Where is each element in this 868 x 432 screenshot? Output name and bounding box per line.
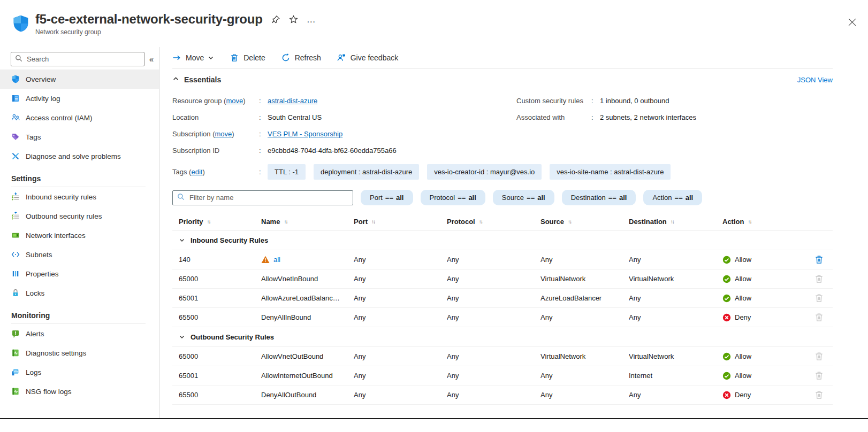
json-view-link[interactable]: JSON View	[797, 76, 833, 84]
tag-pill[interactable]: ves-io-creator-id : mayur@ves.io	[427, 164, 542, 180]
tag-pill[interactable]: ves-io-site-name : astral-dist-azure	[550, 164, 671, 180]
delete-rule-button	[813, 370, 825, 381]
sort-arrows-icon: ↑↓	[479, 219, 482, 225]
tags-label: Tags (edit)	[172, 168, 259, 176]
tag-pill[interactable]: TTL : -1	[268, 164, 306, 180]
sidebar-item-nsg-flow-logs[interactable]: NSG flow logs	[0, 382, 159, 401]
sidebar-item-alerts[interactable]: Alerts	[0, 324, 159, 343]
delete-button[interactable]: Delete	[230, 53, 265, 62]
sidebar-item-tags[interactable]: Tags	[0, 127, 159, 146]
sidebar-search-input[interactable]	[26, 55, 140, 64]
protocol-cell: Any	[447, 256, 540, 264]
sidebar: « OverviewActivity logAccess control (IA…	[0, 47, 159, 418]
filter-pill-source[interactable]: Source==all	[493, 190, 554, 205]
allow-check-icon	[722, 275, 731, 283]
pin-icon[interactable]	[271, 15, 280, 24]
sidebar-item-logs[interactable]: Logs	[0, 362, 159, 382]
essentials-toggle[interactable]: Essentials	[172, 75, 221, 84]
search-icon	[15, 55, 22, 64]
resource-type-label: Network security group	[35, 28, 316, 36]
security-rule-row: 65000AllowVnetInBoundAnyAnyVirtualNetwor…	[172, 269, 833, 289]
delete-rule-button	[813, 273, 825, 284]
essentials-row-subscription: Subscription (move):VES PLM - Sponsorshi…	[172, 126, 516, 142]
delete-rule-button[interactable]	[813, 254, 825, 265]
sidebar-item-inbound-security-rules[interactable]: Inbound security rules	[0, 187, 159, 206]
column-header-priority[interactable]: Priority↑↓	[172, 218, 261, 226]
alert-icon	[11, 329, 20, 338]
close-icon[interactable]	[848, 18, 856, 28]
network-interface-icon	[11, 231, 20, 240]
rule-name-link[interactable]: all	[273, 256, 280, 264]
column-header-name[interactable]: Name↑↓	[261, 218, 354, 226]
port-cell: Any	[354, 352, 447, 360]
action-cell: Allow	[722, 275, 805, 283]
sidebar-collapse-icon[interactable]: «	[149, 55, 154, 64]
column-header-destination[interactable]: Destination↑↓	[629, 218, 722, 226]
action-label: Allow	[735, 372, 751, 380]
tags-edit-link[interactable]: edit	[191, 168, 202, 176]
resource-group-move-link[interactable]: move	[226, 97, 243, 105]
filter-pill-destination[interactable]: Destination==all	[562, 190, 636, 205]
group-row-outbound-security-rules[interactable]: Outbound Security Rules	[172, 327, 833, 347]
source-cell: AzureLoadBalancer	[540, 294, 629, 302]
subscription-value-link[interactable]: VES PLM - Sponsorship	[268, 130, 342, 138]
destination-cell: VirtualNetwork	[629, 275, 722, 283]
warning-icon	[261, 256, 270, 264]
sidebar-item-label: Properties	[26, 270, 59, 278]
sidebar-item-outbound-security-rules[interactable]: Outbound security rules	[0, 206, 159, 226]
sidebar-item-overview[interactable]: Overview	[0, 70, 159, 89]
rule-name: AllowInternetOutBound	[261, 372, 333, 380]
azure-nsg-overview-blade: f5-ce-external-network-security-group … …	[0, 0, 868, 432]
sidebar-item-diagnose-and-solve-problems[interactable]: Diagnose and solve problems	[0, 146, 159, 166]
filter-by-name-input[interactable]	[188, 193, 348, 202]
essentials-label: Location	[172, 113, 259, 121]
row-actions-cell	[805, 312, 833, 323]
sidebar-item-label: Inbound security rules	[26, 193, 96, 201]
sidebar-item-subnets[interactable]: Subnets	[0, 245, 159, 264]
action-label: Deny	[735, 391, 751, 399]
sidebar-item-activity-log[interactable]: Activity log	[0, 89, 159, 108]
refresh-button[interactable]: Refresh	[281, 53, 321, 62]
priority-cell: 65500	[172, 313, 261, 321]
move-button[interactable]: Move	[172, 53, 214, 62]
filter-pill-port[interactable]: Port==all	[361, 190, 413, 205]
filter-pill-protocol[interactable]: Protocol==all	[421, 190, 485, 205]
sort-arrows-icon: ↑↓	[284, 219, 287, 225]
sidebar-item-properties[interactable]: Properties	[0, 264, 159, 283]
priority-cell: 140	[172, 256, 261, 264]
sidebar-item-label: Network interfaces	[26, 232, 86, 240]
security-rule-row: 65500DenyAllInBoundAnyAnyAnyAnyDeny	[172, 308, 833, 327]
row-actions-cell	[805, 254, 833, 265]
sidebar-item-network-interfaces[interactable]: Network interfaces	[0, 226, 159, 245]
chevron-down-icon	[179, 334, 185, 340]
subscription-move-link[interactable]: move	[215, 130, 232, 138]
sidebar-item-label: NSG flow logs	[26, 388, 72, 396]
essentials-value: VES PLM - Sponsorship	[268, 130, 342, 138]
sidebar-item-diagnostic-settings[interactable]: Diagnostic settings	[0, 343, 159, 362]
essentials-row-subscription-id: Subscription ID:e9cbbd48-704d-4dfa-bf62-…	[172, 142, 516, 159]
essentials-value: South Central US	[268, 113, 322, 121]
colon-separator: :	[259, 130, 268, 138]
protocol-cell: Any	[447, 372, 540, 380]
essentials-left-column: Resource group (move):astral-dist-azureL…	[172, 92, 516, 159]
properties-icon	[11, 269, 20, 278]
resource-group-value-link[interactable]: astral-dist-azure	[268, 97, 317, 105]
action-label: Allow	[735, 352, 751, 360]
column-header-source[interactable]: Source↑↓	[540, 218, 629, 226]
favorite-star-icon[interactable]	[289, 15, 298, 24]
give-feedback-button[interactable]: Give feedback	[337, 53, 399, 62]
sidebar-item-access-control-iam[interactable]: Access control (IAM)	[0, 108, 159, 127]
column-header-action[interactable]: Action↑↓	[722, 218, 805, 226]
security-rule-row: 65000AllowVnetOutBoundAnyAnyVirtualNetwo…	[172, 347, 833, 366]
column-header-port[interactable]: Port↑↓	[354, 218, 447, 226]
filter-pill-action[interactable]: Action==all	[643, 190, 702, 205]
chevron-up-icon	[172, 75, 179, 84]
sidebar-item-locks[interactable]: Locks	[0, 283, 159, 303]
lock-icon	[11, 289, 20, 297]
destination-cell: Any	[629, 294, 722, 302]
column-header-protocol[interactable]: Protocol↑↓	[447, 218, 540, 226]
more-options-icon[interactable]: …	[307, 15, 316, 24]
group-row-inbound-security-rules[interactable]: Inbound Security Rules	[172, 230, 833, 250]
action-cell: Allow	[722, 294, 805, 303]
tag-pill[interactable]: deployment : astral-dist-azure	[314, 164, 419, 180]
